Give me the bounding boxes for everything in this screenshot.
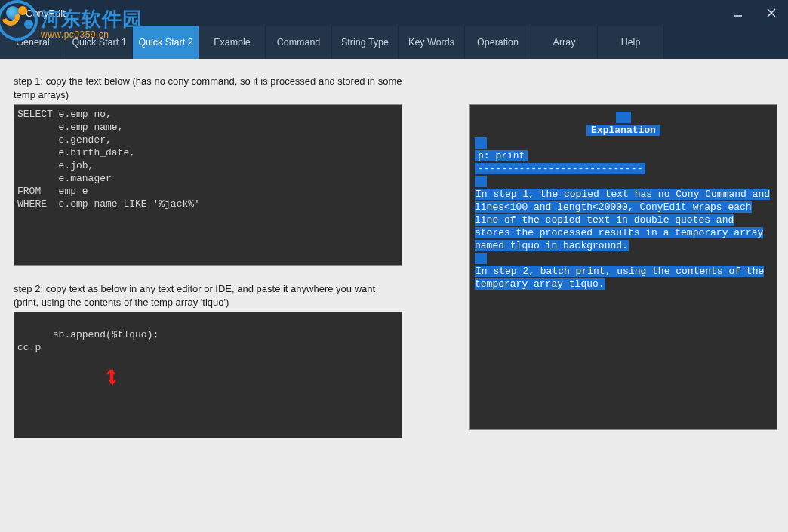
tab-operation[interactable]: Operation — [465, 26, 531, 59]
app-title: ConyEdit — [26, 8, 66, 19]
step1-label: step 1: copy the text below (has no cony… — [14, 75, 402, 101]
content-area: step 1: copy the text below (has no cony… — [0, 59, 788, 532]
tab-help[interactable]: Help — [598, 26, 664, 59]
cursor-arrow-icon — [105, 343, 152, 415]
explanation-p-line: p: print — [475, 150, 528, 161]
explanation-box[interactable]: Explanation p: print -------------------… — [469, 104, 777, 430]
step2-codebox[interactable]: sb.append($tlquo); cc.p — [14, 312, 402, 438]
right-column: Explanation p: print -------------------… — [469, 104, 777, 430]
explanation-title: Explanation — [586, 125, 660, 136]
app-icon — [6, 6, 20, 20]
tab-array[interactable]: Array — [531, 26, 598, 59]
explanation-rule: ---------------------------- — [475, 163, 645, 174]
explanation-para1: In step 1, the copied text has no Cony C… — [475, 189, 770, 251]
tab-quick-start-2[interactable]: Quick Start 2 — [133, 26, 199, 59]
tab-command[interactable]: Command — [266, 26, 332, 59]
tab-strip: General Quick Start 1 Quick Start 2 Exam… — [0, 26, 788, 59]
tab-example[interactable]: Example — [199, 26, 266, 59]
minimize-button[interactable] — [722, 0, 755, 26]
tab-general[interactable]: General — [0, 26, 66, 59]
titlebar: ConyEdit — [0, 0, 788, 26]
step2-code-text: sb.append($tlquo); cc.p — [17, 329, 159, 353]
step1-codebox[interactable]: SELECT e.emp_no, e.emp_name, e.gender, e… — [14, 104, 402, 266]
close-button[interactable] — [755, 0, 788, 26]
left-column: step 1: copy the text below (has no cony… — [14, 75, 402, 438]
tab-quick-start-1[interactable]: Quick Start 1 — [66, 26, 133, 59]
step2-label: step 2: copy text as below in any text e… — [14, 282, 402, 309]
explanation-para2: In step 2, batch print, using the conten… — [475, 266, 764, 290]
tab-string-type[interactable]: String Type — [332, 26, 399, 59]
tab-key-words[interactable]: Key Words — [399, 26, 465, 59]
